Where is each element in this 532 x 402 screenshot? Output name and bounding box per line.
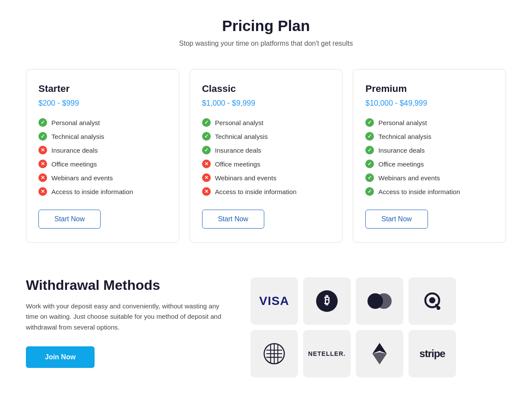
stripe-logo: stripe bbox=[419, 348, 445, 360]
check-icon: ✓ bbox=[38, 132, 47, 141]
plans-container: Starter $200 - $999 ✓Personal analyst ✓T… bbox=[26, 69, 506, 243]
ethereum-icon bbox=[371, 343, 388, 364]
list-item: ✓Technical analysis bbox=[365, 132, 494, 141]
cross-icon: ✕ bbox=[38, 146, 47, 154]
list-item: ✕Office meetings bbox=[38, 160, 167, 168]
page-header: Pricing Plan Stop wasting your time on p… bbox=[26, 17, 506, 47]
check-icon: ✓ bbox=[365, 132, 374, 141]
starter-price: $200 - $999 bbox=[38, 99, 167, 108]
premium-name: Premium bbox=[365, 83, 494, 94]
plan-classic: Classic $1,000 - $9,999 ✓Personal analys… bbox=[190, 69, 343, 243]
list-item: ✓Technical analysis bbox=[38, 132, 167, 141]
svg-marker-17 bbox=[372, 352, 386, 364]
starter-features: ✓Personal analyst ✓Technical analysis ✕I… bbox=[38, 118, 167, 196]
payment-webmoney bbox=[250, 330, 298, 377]
list-item: ✓Office meetings bbox=[365, 160, 494, 168]
list-item: ✓Insurance deals bbox=[365, 146, 494, 154]
classic-price: $1,000 - $9,999 bbox=[202, 99, 330, 108]
cross-icon: ✕ bbox=[202, 187, 211, 196]
premium-start-button[interactable]: Start Now bbox=[365, 210, 428, 229]
svg-point-3 bbox=[376, 293, 392, 309]
payment-qiwi bbox=[408, 277, 456, 325]
page-title: Pricing Plan bbox=[26, 17, 506, 35]
cross-icon: ✕ bbox=[38, 160, 47, 168]
payment-ethereum bbox=[356, 330, 403, 377]
withdrawal-title: Withdrawal Methods bbox=[26, 277, 225, 293]
check-icon: ✓ bbox=[202, 146, 211, 154]
list-item: ✕Office meetings bbox=[202, 160, 330, 168]
list-item: ✕Access to inside information bbox=[38, 187, 167, 196]
list-item: ✓Personal analyst bbox=[38, 118, 167, 127]
svg-text:₿: ₿ bbox=[324, 294, 330, 306]
check-icon: ✓ bbox=[38, 118, 47, 127]
withdrawal-text: Withdrawal Methods Work with your deposi… bbox=[26, 277, 225, 368]
check-icon: ✓ bbox=[365, 146, 374, 154]
list-item: ✓Access to inside information bbox=[365, 187, 494, 196]
payment-neteller: NETELLER. bbox=[303, 330, 351, 377]
plan-premium: Premium $10,000 - $49,999 ✓Personal anal… bbox=[353, 69, 506, 243]
withdrawal-section: Withdrawal Methods Work with your deposi… bbox=[26, 277, 506, 377]
payment-methods-grid: VISA ₿ bbox=[250, 277, 456, 377]
mastercard-icon bbox=[366, 292, 393, 310]
classic-features: ✓Personal analyst ✓Technical analysis ✓I… bbox=[202, 118, 330, 196]
qiwi-icon bbox=[420, 290, 444, 312]
check-icon: ✓ bbox=[202, 118, 211, 127]
list-item: ✕Insurance deals bbox=[38, 146, 167, 154]
withdrawal-description: Work with your deposit easy and convenie… bbox=[26, 301, 225, 333]
check-icon: ✓ bbox=[202, 132, 211, 141]
webmoney-icon bbox=[261, 343, 287, 364]
cross-icon: ✕ bbox=[202, 160, 211, 168]
starter-start-button[interactable]: Start Now bbox=[38, 210, 101, 229]
svg-point-5 bbox=[429, 297, 435, 303]
join-now-button[interactable]: Join Now bbox=[26, 346, 95, 368]
visa-logo: VISA bbox=[259, 294, 289, 308]
list-item: ✓Personal analyst bbox=[202, 118, 330, 127]
list-item: ✓Technical analysis bbox=[202, 132, 330, 141]
classic-start-button[interactable]: Start Now bbox=[202, 210, 264, 229]
cross-icon: ✕ bbox=[202, 173, 211, 182]
list-item: ✕Access to inside information bbox=[202, 187, 330, 196]
page-subtitle: Stop wasting your time on platforms that… bbox=[26, 40, 506, 47]
check-icon: ✓ bbox=[365, 187, 374, 196]
check-icon: ✓ bbox=[365, 118, 374, 127]
bitcoin-icon: ₿ bbox=[315, 290, 339, 312]
cross-icon: ✕ bbox=[38, 187, 47, 196]
list-item: ✓Webinars and events bbox=[365, 173, 494, 182]
payment-mastercard bbox=[356, 277, 403, 325]
list-item: ✓Insurance deals bbox=[202, 146, 330, 154]
payment-stripe: stripe bbox=[408, 330, 456, 377]
premium-price: $10,000 - $49,999 bbox=[365, 99, 494, 108]
classic-name: Classic bbox=[202, 83, 330, 94]
svg-point-7 bbox=[437, 306, 440, 310]
list-item: ✓Personal analyst bbox=[365, 118, 494, 127]
svg-marker-16 bbox=[372, 343, 386, 354]
neteller-logo: NETELLER. bbox=[308, 350, 346, 357]
list-item: ✕Webinars and events bbox=[38, 173, 167, 182]
payment-bitcoin: ₿ bbox=[303, 277, 351, 325]
list-item: ✕Webinars and events bbox=[202, 173, 330, 182]
payment-visa: VISA bbox=[250, 277, 298, 325]
premium-features: ✓Personal analyst ✓Technical analysis ✓I… bbox=[365, 118, 494, 196]
plan-starter: Starter $200 - $999 ✓Personal analyst ✓T… bbox=[26, 69, 179, 243]
cross-icon: ✕ bbox=[38, 173, 47, 182]
check-icon: ✓ bbox=[365, 160, 374, 168]
check-icon: ✓ bbox=[365, 173, 374, 182]
starter-name: Starter bbox=[38, 83, 167, 94]
